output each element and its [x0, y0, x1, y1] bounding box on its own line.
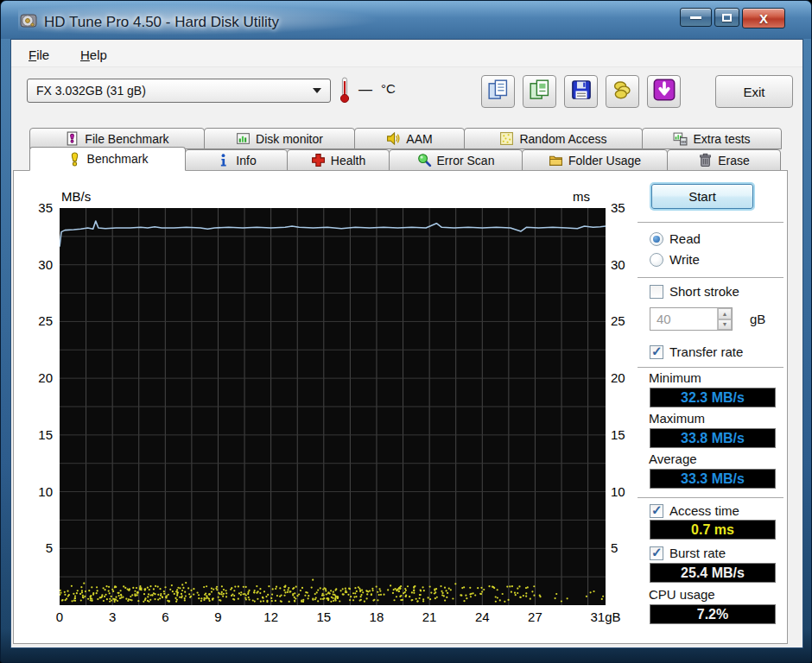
menu-file[interactable]: File [22, 45, 56, 65]
checkbox-checked-icon [650, 345, 663, 359]
maximize-icon [722, 14, 732, 22]
copy-screenshot-button[interactable] [523, 75, 556, 108]
options-button[interactable] [606, 75, 639, 108]
minimize-icon [690, 16, 701, 19]
tab-disk-monitor[interactable]: Disk monitor [204, 128, 355, 149]
benchmark-chart [60, 208, 606, 605]
temperature-value: — [358, 82, 372, 98]
titlebar: HD Tune Pro 4.50 - Hard Disk Utility X [1, 1, 811, 39]
read-label: Read [669, 231, 701, 246]
average-label: Average [649, 451, 697, 466]
maximize-button[interactable] [714, 8, 739, 27]
tab-label: Folder Usage [568, 154, 641, 167]
copy-info-button[interactable] [481, 75, 515, 108]
chevron-down-icon [313, 88, 321, 93]
checkbox-checked-icon [650, 504, 663, 518]
read-radio[interactable]: Read [650, 231, 701, 246]
tab-aam[interactable]: AAM [354, 128, 465, 149]
radio-selected-icon [650, 232, 663, 246]
average-value: 33.3 MB/s [650, 469, 776, 489]
x-tick: 0 [41, 609, 79, 624]
transfer-rate-checkbox[interactable]: Transfer rate [650, 344, 743, 359]
start-button[interactable]: Start [651, 184, 753, 209]
x-tick: 18 [358, 609, 396, 624]
checkbox-checked-icon [650, 546, 663, 560]
y-tick-right: 25 [611, 313, 642, 328]
write-radio[interactable]: Write [650, 252, 700, 267]
save-screenshot-button[interactable] [564, 75, 598, 108]
disk-monitor-icon [236, 131, 251, 146]
tab-label: Extra tests [693, 132, 750, 146]
short-stroke-size-spinner[interactable]: 40 ▲ ▼ [650, 307, 733, 331]
tab-extra-tests[interactable]: Extra tests [642, 128, 782, 149]
y-tick-right: 15 [611, 427, 642, 442]
tab-random-access[interactable]: Random Access [464, 128, 643, 149]
separator [638, 277, 783, 279]
close-button[interactable]: X [742, 8, 785, 28]
random-access-icon [499, 131, 514, 146]
x-tick: 3 [93, 609, 131, 624]
tab-erase[interactable]: Erase [667, 149, 781, 171]
health-cross-icon [311, 153, 326, 167]
short-stroke-unit-label: gB [750, 312, 765, 326]
thermometer-icon [338, 76, 352, 104]
temperature-unit: °C [381, 81, 396, 96]
short-stroke-label: Short stroke [669, 284, 739, 299]
tab-label: Disk monitor [256, 132, 323, 146]
short-stroke-checkbox[interactable]: Short stroke [650, 284, 739, 299]
y-tick-right: 35 [611, 200, 642, 215]
extra-tests-icon [673, 131, 688, 146]
trash-icon [698, 153, 713, 167]
tab-folder-usage[interactable]: Folder Usage [522, 149, 668, 171]
menu-help[interactable]: Help [73, 45, 114, 65]
copy-info-icon [487, 79, 510, 104]
tab-info[interactable]: Info [185, 149, 288, 171]
separator [638, 497, 783, 499]
y-tick-left: 30 [22, 257, 53, 272]
access-time-checkbox[interactable]: Access time [650, 503, 739, 518]
info-icon [216, 153, 231, 167]
folder-icon [549, 153, 563, 167]
copy-screenshot-icon [529, 79, 551, 104]
magnifier-icon [417, 153, 432, 167]
tab-health[interactable]: Health [287, 149, 390, 171]
y-tick-right: 5 [611, 540, 642, 555]
cpu-usage-value: 7.2% [650, 604, 776, 624]
spinner-down-icon[interactable]: ▼ [718, 319, 732, 331]
tab-label: AAM [406, 132, 432, 146]
y-tick-right: 30 [611, 257, 642, 272]
drive-selector[interactable]: FX 3.032GB (31 gB) [27, 79, 331, 103]
x-tick: 15 [305, 609, 343, 624]
y-tick-left: 10 [22, 484, 53, 499]
burst-rate-checkbox[interactable]: Burst rate [650, 546, 726, 560]
y-tick-right: 10 [611, 484, 642, 499]
exit-button[interactable]: Exit [715, 75, 793, 108]
check-updates-button[interactable] [647, 75, 681, 108]
download-icon [652, 78, 676, 105]
tab-error-scan[interactable]: Error Scan [389, 149, 523, 171]
tab-benchmark[interactable]: Benchmark [29, 147, 186, 171]
menu-bar: File Help [11, 41, 802, 67]
radio-unselected-icon [650, 253, 663, 267]
y-tick-left: 5 [22, 540, 53, 555]
tab-label: Info [236, 154, 256, 167]
drive-selector-value: FX 3.032GB (31 gB) [36, 84, 313, 98]
speaker-icon [386, 131, 401, 146]
tab-label: Benchmark [87, 152, 149, 166]
access-time-value: 0.7 ms [650, 520, 776, 540]
x-tick: 24 [463, 609, 501, 624]
left-axis-unit: MB/s [61, 189, 91, 204]
tab-label: Error Scan [437, 154, 495, 167]
short-stroke-size-value: 40 [650, 308, 717, 330]
burst-rate-value: 25.4 MB/s [650, 563, 776, 583]
spinner-buttons[interactable]: ▲ ▼ [717, 308, 732, 330]
tab-label: Erase [718, 154, 750, 167]
minimize-button[interactable] [680, 8, 712, 27]
tab-label: Health [331, 154, 365, 167]
spinner-up-icon[interactable]: ▲ [718, 308, 732, 319]
y-tick-right: 20 [611, 370, 642, 385]
minimum-label: Minimum [649, 370, 701, 385]
burst-rate-label: Burst rate [669, 546, 726, 560]
tab-row-primary: BenchmarkInfoHealthError ScanFolder Usag… [29, 149, 780, 171]
coins-icon [612, 79, 634, 104]
